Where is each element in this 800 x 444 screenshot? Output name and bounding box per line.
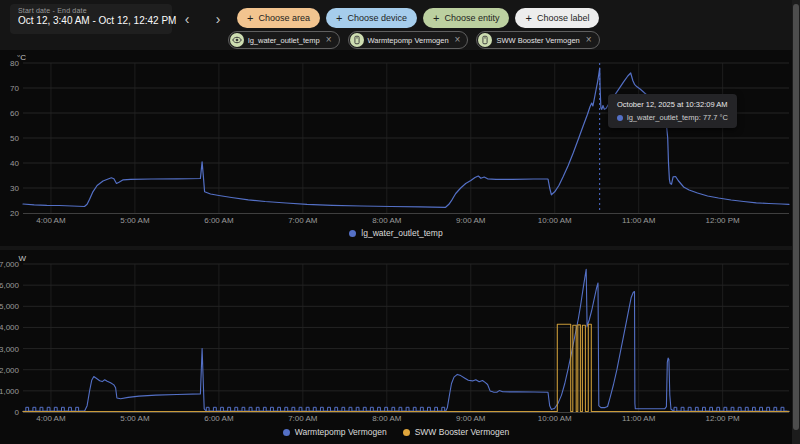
svg-text:10:00 AM: 10:00 AM [538,216,572,225]
series-dot-icon [617,115,623,121]
svg-text:60: 60 [10,109,19,118]
svg-text:12:00 PM: 12:00 PM [706,216,741,225]
plus-icon: + [247,13,253,24]
choose-area-label: Choose area [258,13,310,23]
prev-period-button[interactable]: ‹ [176,9,198,29]
choose-area-button[interactable]: + Choose area [237,8,320,28]
svg-text:20: 20 [10,209,19,218]
svg-text:70: 70 [10,84,19,93]
svg-text:7:00 AM: 7:00 AM [288,216,318,225]
svg-text:5:00 AM: 5:00 AM [120,216,150,225]
tooltip-value: lg_water_outlet_temp: 77.7 °C [627,113,728,122]
legend-label: SWW Booster Vermogen [415,427,509,437]
chart-tooltip: October 12, 2025 at 10:32:09 AM lg_water… [608,94,737,128]
svg-text:30: 30 [10,184,19,193]
next-period-button[interactable]: › [207,9,229,29]
selected-filter-tags: lg_water_outlet_temp × Warmtepomp Vermog… [228,31,600,49]
svg-text:2,000: 2,000 [0,366,20,375]
close-icon[interactable]: × [455,35,461,45]
svg-text:°C: °C [17,55,26,62]
svg-text:50: 50 [10,134,19,143]
power-chart[interactable]: 4:00 AM5:00 AM6:00 AM7:00 AM8:00 AM9:00 … [0,256,792,426]
legend-dot-icon [283,429,290,436]
choose-label-label: Choose label [537,13,590,23]
choose-device-label: Choose device [347,13,407,23]
temperature-chart[interactable]: 4:00 AM5:00 AM6:00 AM7:00 AM8:00 AM9:00 … [0,55,792,229]
choose-label-button[interactable]: + Choose label [515,8,599,28]
svg-text:7:00 AM: 7:00 AM [288,414,318,423]
tag-lg-water-outlet-temp[interactable]: lg_water_outlet_temp × [228,31,340,49]
device-icon [350,33,364,47]
svg-text:9:00 AM: 9:00 AM [456,216,486,225]
svg-text:40: 40 [10,159,19,168]
power-chart-card: 4:00 AM5:00 AM6:00 AM7:00 AM8:00 AM9:00 … [0,250,800,444]
legend-dot-icon [403,429,410,436]
tag-warmtepomp-vermogen[interactable]: Warmtepomp Vermogen × [348,31,469,49]
tag-label: SWW Booster Vermogen [496,36,579,45]
svg-text:1,000: 1,000 [0,387,20,396]
tag-label: Warmtepomp Vermogen [368,36,449,45]
temperature-chart-card: 4:00 AM5:00 AM6:00 AM7:00 AM8:00 AM9:00 … [0,50,800,246]
eye-icon [230,33,244,47]
legend-item[interactable]: Warmtepomp Vermogen [283,427,387,437]
svg-text:10:00 AM: 10:00 AM [538,414,572,423]
svg-text:11:00 AM: 11:00 AM [622,216,656,225]
svg-text:9:00 AM: 9:00 AM [456,414,486,423]
svg-text:4:00 AM: 4:00 AM [36,216,66,225]
scrollbar [792,0,800,444]
legend-item[interactable]: SWW Booster Vermogen [403,427,509,437]
toolbar: Start date - End date Oct 12, 3:40 AM - … [0,0,800,50]
legend-label: lg_water_outlet_temp [361,228,442,238]
svg-text:6,000: 6,000 [0,281,20,290]
power-chart-legend: Warmtepomp VermogenSWW Booster Vermogen [0,427,792,437]
svg-text:5,000: 5,000 [0,302,20,311]
close-icon[interactable]: × [326,35,332,45]
svg-text:4:00 AM: 4:00 AM [36,414,66,423]
tooltip-timestamp: October 12, 2025 at 10:32:09 AM [617,100,728,109]
legend-dot-icon [349,230,356,237]
plus-icon: + [433,13,439,24]
svg-text:6:00 AM: 6:00 AM [204,216,234,225]
svg-text:W: W [18,256,26,263]
device-icon [478,33,492,47]
svg-text:11:00 AM: 11:00 AM [622,414,656,423]
svg-text:8:00 AM: 8:00 AM [372,216,402,225]
plus-icon: + [336,13,342,24]
tag-sww-booster-vermogen[interactable]: SWW Booster Vermogen × [476,31,599,49]
date-range-input[interactable]: Start date - End date Oct 12, 3:40 AM - … [10,4,172,34]
date-range-label: Start date - End date [18,7,164,14]
svg-text:6:00 AM: 6:00 AM [204,414,234,423]
scrollbar-thumb[interactable] [793,4,799,430]
choose-device-button[interactable]: + Choose device [326,8,417,28]
choose-entity-label: Choose entity [444,13,499,23]
svg-text:8:00 AM: 8:00 AM [372,414,402,423]
plus-icon: + [525,13,531,24]
svg-text:3,000: 3,000 [0,345,20,354]
close-icon[interactable]: × [586,35,592,45]
svg-text:4,000: 4,000 [0,323,20,332]
legend-item[interactable]: lg_water_outlet_temp [349,228,442,238]
svg-text:7,000: 7,000 [0,260,20,269]
svg-text:12:00 PM: 12:00 PM [706,414,741,423]
filter-buttons: + Choose area + Choose device + Choose e… [237,8,599,28]
svg-text:0: 0 [15,408,20,417]
temperature-chart-legend: lg_water_outlet_temp [0,228,792,238]
tag-label: lg_water_outlet_temp [248,36,320,45]
svg-text:5:00 AM: 5:00 AM [120,414,150,423]
date-range-value: Oct 12, 3:40 AM - Oct 12, 12:42 PM [18,15,164,26]
choose-entity-button[interactable]: + Choose entity [423,8,509,28]
legend-label: Warmtepomp Vermogen [295,427,387,437]
